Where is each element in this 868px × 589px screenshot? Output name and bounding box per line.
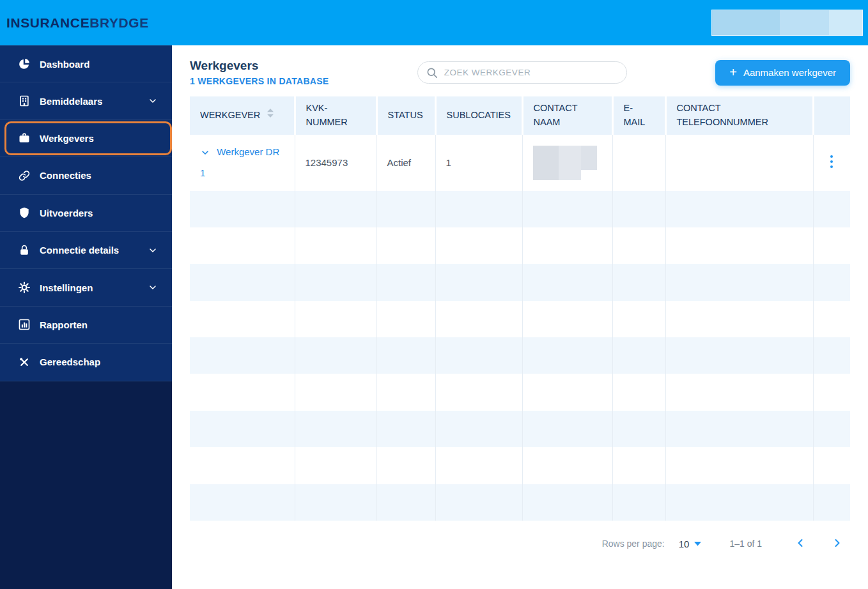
brand-primary-text: INSURANCE — [6, 15, 89, 30]
chevron-down-icon[interactable] — [148, 245, 158, 256]
app-root: INSURANCEBRYDGE Dashboard Bemiddelaars — [0, 0, 868, 589]
content-header: Werkgevers 1 WERKGEVERS IN DATABASE + Aa… — [190, 59, 850, 86]
sidebar-item-label: Uitvoerders — [40, 208, 93, 218]
record-count: 1 WERKGEVERS IN DATABASE — [190, 76, 329, 86]
redacted-block — [829, 10, 862, 35]
table-empty-row — [190, 191, 850, 227]
next-page-chevron-icon[interactable] — [828, 534, 846, 554]
werkgevers-table: WERKGEVER KVK-NUMMER STATUS SUBLOCATIES … — [190, 96, 850, 521]
sidebar-item-uitvoerders[interactable]: Uitvoerders — [0, 195, 172, 232]
create-werkgever-button[interactable]: + Aanmaken werkgever — [715, 60, 850, 86]
column-header-kvk: KVK-NUMMER — [295, 96, 376, 135]
column-header-status: STATUS — [376, 96, 435, 135]
table-empty-row — [190, 447, 850, 484]
sidebar-menu: Dashboard Bemiddelaars Werkgevers — [0, 45, 172, 381]
sidebar-item-label: Werkgevers — [40, 133, 94, 144]
column-header-label: WERKGEVER — [200, 109, 260, 123]
table-empty-row — [190, 484, 850, 521]
actions-cell — [813, 135, 850, 191]
link-icon — [17, 169, 31, 183]
lock-icon — [17, 243, 31, 257]
sidebar-item-label: Dashboard — [40, 59, 89, 70]
table-body: Werkgever DR 1 12345973 Actief 1 — [190, 135, 850, 521]
sidebar-item-label: Connectie details — [40, 245, 119, 256]
page-title: Werkgevers — [190, 59, 329, 73]
contact-naam-cell — [522, 135, 612, 191]
table-empty-row — [190, 227, 850, 264]
tools-icon — [17, 355, 31, 369]
column-header-label: E-MAIL — [624, 103, 646, 127]
gear-icon — [17, 280, 31, 294]
column-header-label: KVK-NUMMER — [306, 103, 348, 127]
sidebar-item-label: Connecties — [40, 170, 91, 181]
expand-row-chevron-icon[interactable] — [200, 149, 213, 160]
sidebar-item-label: Gereedschap — [40, 356, 100, 367]
table-empty-row — [190, 264, 850, 300]
sidebar-item-label: Bemiddelaars — [40, 96, 102, 107]
sidebar-item-rapporten[interactable]: Rapporten — [0, 307, 172, 344]
kvk-cell: 12345973 — [295, 135, 376, 191]
column-header-email: E-MAIL — [612, 96, 665, 135]
caret-down-icon — [694, 541, 701, 546]
column-header-sublocaties: SUBLOCATIES — [435, 96, 522, 135]
chevron-down-icon[interactable] — [148, 96, 158, 106]
briefcase-icon — [17, 131, 31, 145]
pagination-bar: Rows per page: 10 1–1 of 1 — [190, 530, 850, 558]
sidebar-item-connectie-details[interactable]: Connectie details — [0, 232, 172, 269]
sidebar-item-dashboard[interactable]: Dashboard — [0, 45, 172, 82]
redacted-block — [712, 10, 780, 35]
create-werkgever-label: Aanmaken werkgever — [743, 67, 836, 78]
brand-logo: INSURANCEBRYDGE — [6, 15, 149, 31]
shield-icon — [17, 206, 31, 220]
brand-secondary-text: BRYDGE — [89, 15, 149, 30]
search-box[interactable] — [417, 61, 627, 84]
top-header: INSURANCEBRYDGE — [0, 0, 868, 45]
sidebar-item-gereedschap[interactable]: Gereedschap — [0, 344, 172, 381]
search-input[interactable] — [444, 68, 619, 77]
sublocaties-cell: 1 — [435, 135, 522, 191]
column-header-actions — [813, 96, 850, 135]
sidebar: Dashboard Bemiddelaars Werkgevers — [0, 45, 172, 589]
column-header-label: STATUS — [388, 110, 423, 120]
search-icon — [426, 66, 438, 79]
redacted-block — [780, 10, 830, 35]
column-header-label: CONTACT TELEFOONNUMMER — [677, 103, 768, 127]
sidebar-item-instellingen[interactable]: Instellingen — [0, 269, 172, 306]
sidebar-item-label: Rapporten — [40, 319, 88, 330]
table-empty-row — [190, 301, 850, 337]
redacted-contact-naam — [533, 146, 597, 180]
bar-chart-icon — [17, 317, 31, 332]
rows-per-page-label: Rows per page: — [602, 539, 665, 549]
plus-icon: + — [729, 66, 737, 79]
column-header-telefoonnummer: CONTACT TELEFOONNUMMER — [665, 96, 813, 135]
building-icon — [17, 94, 31, 108]
table-empty-row — [190, 411, 850, 447]
redacted-user-info — [711, 10, 863, 36]
status-cell: Actief — [376, 135, 435, 191]
previous-page-chevron-icon[interactable] — [791, 534, 809, 554]
table-empty-row — [190, 337, 850, 374]
table-header-row: WERKGEVER KVK-NUMMER STATUS SUBLOCATIES … — [190, 96, 850, 135]
column-header-label: SUBLOCATIES — [447, 110, 511, 120]
telefoon-cell — [665, 135, 813, 191]
pie-chart-icon — [17, 57, 31, 71]
column-header-contact-naam: CONTACT NAAM — [522, 96, 612, 135]
rows-per-page-select[interactable]: 10 — [679, 539, 702, 549]
sidebar-item-connecties[interactable]: Connecties — [0, 157, 172, 194]
column-header-werkgever[interactable]: WERKGEVER — [190, 96, 295, 135]
table-row: Werkgever DR 1 12345973 Actief 1 — [190, 135, 850, 191]
pagination-range: 1–1 of 1 — [729, 539, 762, 549]
main-content: Werkgevers 1 WERKGEVERS IN DATABASE + Aa… — [172, 45, 868, 589]
table-empty-row — [190, 374, 850, 410]
sidebar-item-label: Instellingen — [40, 282, 93, 293]
sidebar-item-bemiddelaars[interactable]: Bemiddelaars — [0, 82, 172, 119]
column-header-label: CONTACT NAAM — [534, 103, 578, 127]
chevron-down-icon[interactable] — [148, 282, 158, 293]
sidebar-item-werkgevers[interactable]: Werkgevers — [0, 120, 172, 157]
title-block: Werkgevers 1 WERKGEVERS IN DATABASE — [190, 59, 329, 86]
email-cell — [612, 135, 665, 191]
rows-per-page-value: 10 — [679, 539, 690, 549]
sort-icon[interactable] — [267, 108, 274, 123]
row-menu-kebab-icon[interactable] — [827, 152, 836, 173]
